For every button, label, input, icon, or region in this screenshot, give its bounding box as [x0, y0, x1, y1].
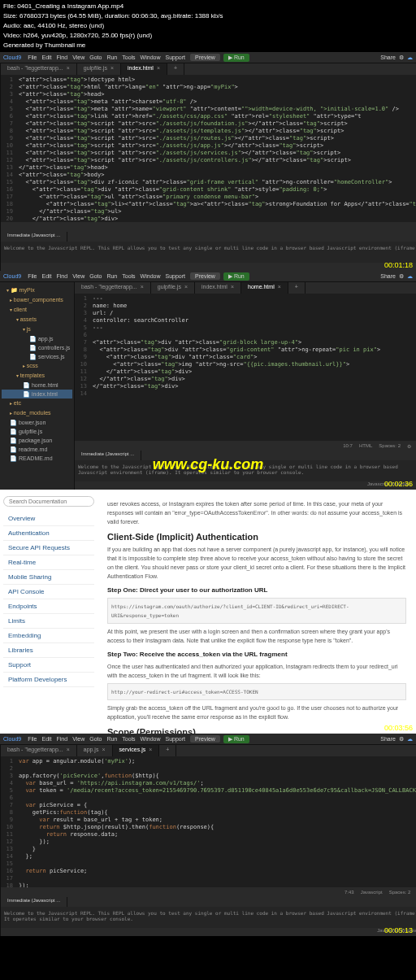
editor-tab[interactable]: index.html× — [121, 63, 167, 75]
docs-nav-item[interactable]: Platform Developers — [3, 673, 94, 687]
console-output[interactable]: Welcome to the Javascript REPL. This REP… — [1, 242, 416, 263]
tree-item[interactable]: etc — [2, 399, 72, 408]
menu-view[interactable]: View — [72, 273, 84, 279]
close-icon[interactable]: × — [278, 284, 281, 290]
menu-edit[interactable]: Edit — [41, 54, 51, 60]
sync-icon[interactable]: ☁ — [407, 736, 413, 743]
docs-nav-item[interactable]: Real-time — [3, 555, 94, 570]
menu-goto[interactable]: Goto — [89, 736, 102, 742]
menu-run[interactable]: Run — [106, 54, 117, 60]
code-content[interactable]: var app = angular.module('myPix'); app.f… — [15, 756, 416, 887]
add-tab[interactable]: + — [159, 745, 176, 756]
tree-root[interactable]: 📁 myPix — [2, 285, 72, 295]
docs-nav-item[interactable]: Limits — [3, 614, 94, 629]
gear-icon[interactable]: ⚙ — [407, 443, 411, 449]
share-button[interactable]: Share — [380, 736, 396, 742]
close-icon[interactable]: × — [231, 284, 234, 290]
tree-item[interactable]: bower_components — [2, 295, 72, 305]
code-content[interactable]: --- name: home url: / controller: search… — [89, 294, 416, 441]
menu-support[interactable]: Support — [165, 736, 185, 742]
cloud9-logo[interactable]: Cloud9 — [3, 736, 21, 742]
menu-file[interactable]: File — [28, 736, 37, 742]
console-output[interactable]: Welcome to the Javascript REPL. This REP… — [1, 907, 416, 928]
editor-tab[interactable]: app.js× — [77, 745, 113, 756]
menu-find[interactable]: Find — [57, 273, 68, 279]
close-icon[interactable]: × — [141, 284, 144, 290]
share-button[interactable]: Share — [380, 273, 396, 279]
close-icon[interactable]: × — [149, 747, 152, 752]
menu-edit[interactable]: Edit — [41, 273, 51, 279]
menu-find[interactable]: Find — [57, 54, 68, 60]
menu-window[interactable]: Window — [141, 736, 161, 742]
menu-run[interactable]: Run — [106, 273, 117, 279]
sync-icon[interactable]: ☁ — [407, 273, 413, 280]
console-tab[interactable]: Immediate (Javascript ... — [75, 451, 141, 460]
menu-file[interactable]: File — [28, 54, 37, 60]
tree-item[interactable]: templates — [2, 371, 72, 381]
docs-nav-item[interactable]: Endpoints — [3, 599, 94, 614]
tree-item[interactable]: 📄 index.html — [2, 390, 72, 399]
editor-tab[interactable]: bash - "leggetterapp...× — [1, 745, 77, 756]
editor-tab[interactable]: bash - "leggetterapp...× — [75, 282, 151, 294]
menu-tools[interactable]: Tools — [122, 273, 135, 279]
close-icon[interactable]: × — [67, 65, 70, 71]
gear-icon[interactable]: ⚙ — [399, 54, 404, 61]
close-icon[interactable]: × — [184, 284, 188, 290]
menu-goto[interactable]: Goto — [89, 54, 102, 60]
tree-item[interactable]: 📄 home.html — [2, 381, 72, 390]
preview-button[interactable]: Preview — [190, 272, 220, 280]
tree-item[interactable]: 📄 bower.json — [2, 418, 72, 427]
close-icon[interactable]: × — [157, 65, 160, 71]
close-icon[interactable]: × — [110, 65, 114, 71]
tree-item[interactable]: 📄 gulpfile.js — [2, 427, 72, 436]
code-editor[interactable]: 1234567891011121314151617181920212223242… — [1, 75, 416, 222]
run-button[interactable]: ▶ Run — [223, 54, 249, 62]
tree-item[interactable]: 📄 app.js — [2, 334, 72, 343]
run-button[interactable]: ▶ Run — [223, 735, 249, 743]
sync-icon[interactable]: ☁ — [407, 54, 413, 61]
tree-item[interactable]: scss — [2, 361, 72, 371]
menu-support[interactable]: Support — [165, 273, 185, 279]
add-tab[interactable]: + — [288, 282, 306, 294]
menu-support[interactable]: Support — [165, 54, 185, 60]
menu-find[interactable]: Find — [57, 736, 68, 742]
search-input[interactable] — [3, 496, 94, 507]
run-button[interactable]: ▶ Run — [223, 272, 249, 281]
editor-tab[interactable]: index.html× — [195, 282, 241, 294]
docs-nav-item[interactable]: Secure API Requests — [3, 541, 94, 555]
menu-file[interactable]: File — [28, 273, 37, 279]
close-icon[interactable]: × — [67, 747, 70, 752]
docs-nav-item[interactable]: Support — [3, 658, 94, 673]
tree-item[interactable]: 📄 services.js — [2, 352, 72, 361]
code-editor[interactable]: 1234567891011121314151617181920212223242… — [1, 756, 416, 887]
tree-item[interactable]: 📄 controllers.js — [2, 343, 72, 352]
preview-button[interactable]: Preview — [190, 735, 220, 743]
docs-nav-item[interactable]: Embedding — [3, 629, 94, 643]
preview-button[interactable]: Preview — [190, 54, 220, 61]
tree-item[interactable]: node_modules — [2, 408, 72, 418]
code-content[interactable]: <"attr">class="tag">!doctype html> <"att… — [15, 75, 416, 222]
docs-nav-item[interactable]: Overview — [3, 512, 94, 526]
editor-tab[interactable]: gulpfile.js× — [77, 63, 121, 75]
console-tab[interactable]: Immediate (Javascript ... — [1, 897, 67, 907]
editor-tab[interactable]: services.js× — [113, 745, 160, 756]
menu-goto[interactable]: Goto — [89, 273, 102, 279]
docs-nav-item[interactable]: Mobile Sharing — [3, 570, 94, 585]
cloud9-logo[interactable]: Cloud9 — [3, 54, 21, 60]
docs-nav-item[interactable]: API Console — [3, 585, 94, 599]
add-tab[interactable]: + — [167, 63, 184, 75]
tree-item[interactable]: 📄 readme.md — [2, 445, 72, 454]
editor-tab[interactable]: home.html× — [241, 282, 288, 294]
cloud9-logo[interactable]: Cloud9 — [3, 273, 21, 279]
menu-window[interactable]: Window — [141, 273, 161, 279]
tree-item[interactable]: assets — [2, 315, 72, 324]
editor-tab[interactable]: gulpfile.js× — [151, 282, 195, 294]
docs-nav-item[interactable]: Libraries — [3, 643, 94, 658]
code-editor[interactable]: 1234567891011121314 --- name: home url: … — [75, 294, 416, 441]
menu-view[interactable]: View — [72, 54, 84, 60]
tree-item[interactable]: client — [2, 305, 72, 315]
tree-item[interactable]: js — [2, 324, 72, 334]
tree-item[interactable]: 📄 README.md — [2, 454, 72, 463]
menu-window[interactable]: Window — [141, 54, 161, 60]
menu-run[interactable]: Run — [106, 736, 117, 742]
